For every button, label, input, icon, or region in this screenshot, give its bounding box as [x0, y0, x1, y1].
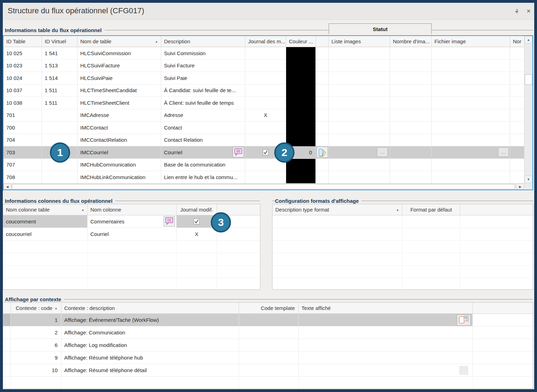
column-header-journal-modif[interactable]: Journal modif. — [177, 204, 217, 215]
cell-blank — [273, 266, 402, 278]
horizontal-scroll-thumb[interactable] — [12, 184, 515, 189]
column-header-blank[interactable] — [316, 36, 329, 47]
cell-blank — [460, 215, 533, 228]
column-header-blank[interactable] — [473, 303, 533, 314]
comment-icon[interactable] — [233, 147, 244, 157]
column-header-id-table[interactable]: ID Table — [3, 36, 42, 47]
cell-nom-table: IMCContact — [77, 121, 161, 134]
row-indicator — [3, 352, 11, 364]
cell-nombre-images — [390, 72, 432, 84]
couleur-swatch — [286, 47, 316, 60]
cell-liste-images — [329, 72, 390, 84]
table-row[interactable]: 2 Affichage: Communication — [3, 326, 533, 339]
cell-nombre-images — [390, 121, 432, 134]
cell-blank — [473, 314, 533, 326]
column-header-id-virtuel[interactable]: ID Virtuel — [42, 36, 77, 47]
cell-description-text: Courriel — [164, 149, 182, 155]
table-row[interactable]: 10 024 1 514 HLCSuiviPaie Suivi Paie — [3, 72, 524, 84]
column-header-texte-affiche[interactable]: Texte affiché — [299, 303, 473, 314]
vertical-scroll-thumb[interactable] — [525, 74, 532, 85]
database-form-icon[interactable] — [457, 315, 471, 326]
cell-journal — [245, 171, 286, 183]
column-header-blank[interactable] — [460, 204, 533, 215]
close-icon[interactable]: ✕ — [525, 7, 532, 15]
horizontal-scrollbar[interactable]: ◀ ▶ — [3, 183, 524, 190]
comment-icon[interactable] — [164, 216, 175, 227]
cell-nombre-images — [390, 47, 432, 60]
table-row-selected[interactable]: 703 IMCCourriel Courriel — [3, 146, 524, 159]
column-header-contexte-code[interactable]: Contexte : code ▲ — [11, 303, 61, 314]
cell-blank — [316, 134, 329, 147]
cell-contexte-description: Affichage: Résumé téléphone hub — [61, 352, 239, 364]
column-header-contexte-description[interactable]: Contexte : description — [61, 303, 239, 314]
column-header-nom-de-table[interactable]: Nom de table ▲ — [77, 36, 161, 47]
column-header-description[interactable]: Description — [161, 36, 245, 47]
scroll-down-button[interactable]: ▼ — [524, 176, 532, 183]
table-row[interactable]: 9 Affichage: Résumé téléphone hub — [3, 352, 533, 364]
cell-id-virtuel — [42, 109, 77, 122]
fichier-image-browse-button[interactable]: ... — [498, 147, 509, 157]
table-row[interactable]: 10 Affichage: Résumé téléphone détail — [3, 364, 533, 377]
cell-nombre-images — [390, 146, 432, 159]
panel-body: Structure du flux opérationnel (CFG017) … — [3, 3, 534, 389]
table-row-selected[interactable]: 1 Affichage: Événement/Tache (WorkFlow) — [3, 314, 533, 326]
cell-blank — [473, 364, 533, 377]
table-row[interactable]: 701 IMCAdresse Adresse X — [3, 109, 524, 122]
cell-contexte-description: Affichage: Communication — [61, 326, 239, 339]
cell-liste-images — [329, 121, 390, 134]
cell-id-virtuel: 1 511 — [42, 97, 77, 109]
checkbox-checked[interactable] — [263, 149, 269, 155]
vertical-scrollbar[interactable]: ▲ ▼ — [524, 36, 532, 183]
column-header-nom-colonne-table[interactable]: Nom colonne table ▲ — [3, 204, 88, 215]
scroll-up-button[interactable]: ▲ — [524, 36, 532, 44]
column-header-nombre-images[interactable]: Nombre d'ima... — [390, 36, 432, 47]
table-row[interactable]: 704 IMCContactRelation Contact Relation — [3, 134, 524, 147]
cell-contexte-description: Affichage: Événement/Tache (WorkFlow) — [61, 314, 239, 326]
cell-nor — [510, 109, 524, 122]
scroll-left-button[interactable]: ◀ — [3, 184, 11, 190]
couleur-swatch — [286, 60, 316, 72]
row-indicator — [3, 339, 11, 352]
table-row[interactable]: 10 025 1 541 HLCSuiviCommission Suivi Co… — [3, 47, 524, 60]
cell-nor — [510, 47, 524, 60]
cell-liste-images — [329, 159, 390, 171]
cell-nom-colonne-table: coucourriel — [3, 228, 88, 241]
cell-id-table: 700 — [3, 121, 42, 134]
cell-fichier-image — [432, 60, 510, 72]
table-row[interactable]: 10 037 1 511 HLCTimeSheetCandidat À Cand… — [3, 84, 524, 97]
context-table-header: Contexte : code ▲ Contexte : description… — [3, 303, 533, 314]
table-row[interactable]: 708 IMCHubLinkCommunication Lien entre l… — [3, 171, 524, 183]
cell-nombre-images — [390, 84, 432, 97]
column-header-nor-truncated[interactable]: Nor — [510, 36, 524, 47]
table-row[interactable]: 10 038 1 511 HLCTimeSheetClient À Client… — [3, 97, 524, 109]
cell-id-table: 10 024 — [3, 72, 42, 84]
table-row[interactable]: 707 IMCHubCommunication Base de la commu… — [3, 159, 524, 171]
cell-nom-table: HLCTimeSheetClient — [77, 97, 161, 109]
column-header-code-template[interactable]: Code template — [239, 303, 299, 314]
scroll-right-button[interactable]: ▶ — [516, 184, 524, 190]
column-header-fichier-image[interactable]: Fichier image — [432, 36, 510, 47]
cell-contexte-description: Affichage: Résumé téléphone détail — [61, 364, 239, 377]
cell-blank — [316, 47, 329, 60]
column-header-liste-images[interactable]: Liste images — [329, 36, 390, 47]
cell-description: À Client: suivi feuille de temps — [161, 97, 245, 109]
column-header-format-par-defaut[interactable]: Format par défaut — [402, 204, 460, 215]
cell-blank — [316, 60, 329, 72]
column-header-journal[interactable]: Journal des m... — [245, 36, 286, 47]
column-header-couleur[interactable]: Couleur ... — [286, 36, 316, 47]
column-header-nom-colonne[interactable]: Nom colonne — [88, 204, 177, 215]
checkbox-checked[interactable] — [194, 219, 200, 224]
table-row[interactable]: 6 Affichage: Log modification — [3, 339, 533, 352]
cell-liste-images — [329, 60, 390, 72]
table-row[interactable]: 700 IMCContact Contact — [3, 121, 524, 134]
scrollbar-corner — [524, 183, 532, 190]
color-fan-icon[interactable] — [316, 147, 328, 158]
column-header-description-type-format[interactable]: Description type format ▲ — [273, 204, 402, 215]
cell-blank — [316, 72, 329, 84]
table-row[interactable]: 10 023 1 513 HLCSuiviFacture Suivi Factu… — [3, 60, 524, 72]
couleur-swatch — [286, 72, 316, 84]
column-header-row-indicator[interactable] — [3, 303, 11, 314]
liste-images-browse-button[interactable]: ... — [377, 147, 388, 157]
pin-icon[interactable] — [513, 8, 521, 15]
cell-description: Suivi Commission — [161, 47, 245, 60]
